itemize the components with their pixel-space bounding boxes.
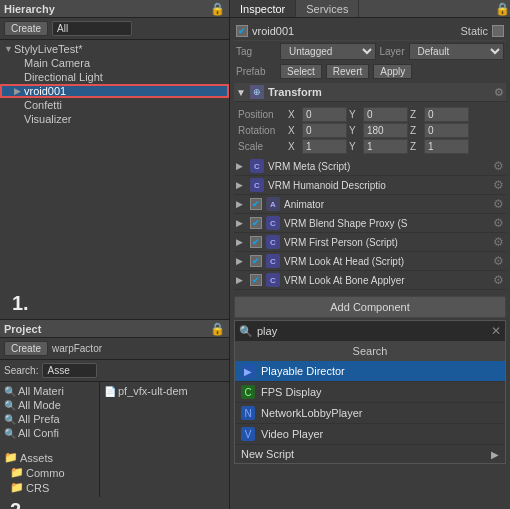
tree-item-visualizer[interactable]: Visualizer	[0, 112, 229, 126]
layer-label: Layer	[380, 46, 405, 57]
new-script-row[interactable]: New Script ▶	[235, 445, 505, 463]
object-enabled-checkbox[interactable]: ✔	[236, 25, 248, 37]
y-axis-label: Y	[349, 109, 361, 120]
tag-dropdown[interactable]: Untagged	[280, 43, 376, 60]
comp-settings-icon[interactable]: ⚙	[493, 273, 504, 287]
transform-section-header[interactable]: ▼ ⊕ Transform ⚙	[234, 83, 506, 102]
component-vrm-lookatbone[interactable]: ▶ ✔ C VRM Look At Bone Applyer ⚙	[234, 271, 506, 290]
asset-file[interactable]: 📄 pf_vfx-ult-dem	[102, 384, 227, 398]
filter-all-materials[interactable]: 🔍 All Materi	[0, 384, 99, 398]
component-vrm-humanoid[interactable]: ▶ C VRM Humanoid Descriptio ⚙	[234, 176, 506, 195]
asset-filename: pf_vfx-ult-dem	[118, 385, 188, 397]
filter-label: All Mode	[18, 399, 61, 411]
search-clear-icon[interactable]: ✕	[491, 324, 501, 338]
rotation-z-input[interactable]	[424, 123, 469, 138]
add-component-button[interactable]: Add Component	[234, 296, 506, 318]
ry-axis-label: Y	[349, 125, 361, 136]
component-vrm-lookathead[interactable]: ▶ ✔ C VRM Look At Head (Script) ⚙	[234, 252, 506, 271]
component-animator[interactable]: ▶ ✔ A Animator ⚙	[234, 195, 506, 214]
result-networklobbyplayer[interactable]: N NetworkLobbyPlayer	[235, 403, 505, 424]
tag-label: Tag	[236, 46, 276, 57]
comp-settings-icon[interactable]: ⚙	[493, 197, 504, 211]
crs-folder[interactable]: 📁 CRS	[0, 480, 99, 495]
search-icon: 🔍	[4, 386, 16, 397]
project-search-toolbar: Search:	[0, 360, 229, 382]
component-vrm-blend[interactable]: ▶ ✔ C VRM Blend Shape Proxy (S ⚙	[234, 214, 506, 233]
comp-enabled-checkbox[interactable]: ✔	[250, 274, 262, 286]
tree-item-maincamera[interactable]: Main Camera	[0, 56, 229, 70]
result-label: Video Player	[261, 428, 323, 440]
tab-inspector[interactable]: Inspector	[230, 0, 296, 17]
rotation-x-input[interactable]	[302, 123, 347, 138]
layer-dropdown[interactable]: Default	[409, 43, 505, 60]
sy-axis-label: Y	[349, 141, 361, 152]
folder-label: Commo	[26, 467, 65, 479]
tree-item-directionallight[interactable]: Directional Light	[0, 70, 229, 84]
comp-settings-icon[interactable]: ⚙	[493, 159, 504, 173]
comp-settings-icon[interactable]: ⚙	[493, 216, 504, 230]
hierarchy-label-number: 1.	[0, 288, 229, 319]
transform-settings-icon[interactable]: ⚙	[494, 86, 504, 99]
scale-z-input[interactable]	[424, 139, 469, 154]
filter-label: All Materi	[18, 385, 64, 397]
comp-enabled-checkbox[interactable]: ✔	[250, 236, 262, 248]
inspector-lock-icon[interactable]: 🔒	[495, 2, 510, 16]
common-folder[interactable]: 📁 Commo	[0, 465, 99, 480]
folder-label: CRS	[26, 482, 49, 494]
comp-settings-icon[interactable]: ⚙	[493, 178, 504, 192]
result-icon: ▶	[241, 364, 255, 378]
static-checkbox[interactable]	[492, 25, 504, 37]
hierarchy-create-button[interactable]: Create	[4, 21, 48, 36]
z-axis-label: Z	[410, 109, 422, 120]
result-video-player[interactable]: V Video Player	[235, 424, 505, 445]
component-vrm-firstperson[interactable]: ▶ ✔ C VRM First Person (Script) ⚙	[234, 233, 506, 252]
comp-expand-icon: ▶	[236, 199, 246, 209]
filter-all-prefabs[interactable]: 🔍 All Prefa	[0, 412, 99, 426]
result-label: FPS Display	[261, 386, 322, 398]
component-vrm-meta[interactable]: ▶ C VRM Meta (Script) ⚙	[234, 157, 506, 176]
assets-folder[interactable]: 📁 Assets	[0, 450, 99, 465]
tree-item-vroid001[interactable]: ▶ vroid001	[0, 84, 229, 98]
comp-settings-icon[interactable]: ⚙	[493, 254, 504, 268]
file-icon: 📄	[104, 386, 116, 397]
project-toolbar: Create warpFactor	[0, 338, 229, 360]
project-lock-icon[interactable]: 🔒	[210, 322, 225, 336]
comp-settings-icon[interactable]: ⚙	[493, 235, 504, 249]
search-label: Search:	[4, 365, 38, 376]
revert-button[interactable]: Revert	[326, 64, 369, 79]
comp-enabled-checkbox[interactable]: ✔	[250, 217, 262, 229]
hierarchy-search-input[interactable]	[52, 21, 132, 36]
component-search-input[interactable]	[257, 325, 487, 337]
tree-item-stylylivetest[interactable]: ▼ StylyLiveTest*	[0, 42, 229, 56]
filter-all-configs[interactable]: 🔍 All Confi	[0, 426, 99, 440]
search-icon: 🔍	[4, 428, 16, 439]
comp-enabled-checkbox[interactable]: ✔	[250, 255, 262, 267]
project-create-button[interactable]: Create	[4, 341, 48, 356]
result-fps-display[interactable]: C FPS Display	[235, 382, 505, 403]
result-playable-director[interactable]: ▶ Playable Director	[235, 361, 505, 382]
rotation-y-input[interactable]	[363, 123, 408, 138]
tab-services[interactable]: Services	[296, 0, 359, 17]
component-search-dropdown: 🔍 ✕ Search ▶ Playable Director C FPS Dis…	[234, 320, 506, 464]
tree-item-confetti[interactable]: Confetti	[0, 98, 229, 112]
apply-button[interactable]: Apply	[373, 64, 412, 79]
comp-enabled-checkbox[interactable]: ✔	[250, 198, 262, 210]
position-x-input[interactable]	[302, 107, 347, 122]
warp-factor-label: warpFactor	[52, 343, 102, 354]
position-y-input[interactable]	[363, 107, 408, 122]
project-search-input[interactable]	[42, 363, 97, 378]
select-button[interactable]: Select	[280, 64, 322, 79]
scale-y-input[interactable]	[363, 139, 408, 154]
folder-icon: 📁	[4, 451, 18, 464]
scale-x-input[interactable]	[302, 139, 347, 154]
filter-label: All Confi	[18, 427, 59, 439]
result-icon: N	[241, 406, 255, 420]
inspector-tabs: Inspector Services 🔒	[230, 0, 510, 18]
position-z-input[interactable]	[424, 107, 469, 122]
hierarchy-lock-icon[interactable]: 🔒	[210, 2, 225, 16]
filter-all-models[interactable]: 🔍 All Mode	[0, 398, 99, 412]
tree-item-label: Directional Light	[24, 71, 103, 83]
tree-item-label: Main Camera	[24, 57, 90, 69]
component-search-row: 🔍 ✕	[235, 321, 505, 342]
transform-fields: Position X Y Z Rotation X Y Z Scale X	[234, 104, 506, 157]
